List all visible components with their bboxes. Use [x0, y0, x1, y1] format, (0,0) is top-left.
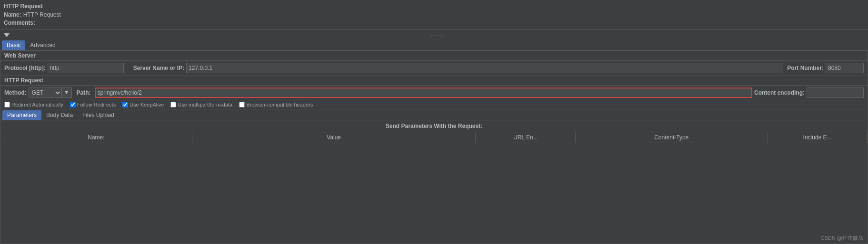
path-label: Path: [77, 89, 91, 96]
sub-tab-parameters[interactable]: Parameters [2, 110, 41, 120]
tab-basic[interactable]: Basic [2, 40, 25, 50]
col-header-urlenc: URL En... [476, 132, 576, 143]
params-section: Send Parameters With the Request: Name: … [0, 120, 868, 244]
redirect-auto-checkbox[interactable] [4, 102, 10, 107]
col-header-include: Include E... [768, 132, 868, 143]
main-panel: HTTP Request Name: HTTP Request Comments… [0, 0, 868, 244]
params-table-header: Name: Value URL En... Content-Type Inclu… [0, 132, 868, 143]
web-server-row: Protocol [http]: Server Name or IP: Port… [0, 61, 868, 76]
server-input[interactable] [186, 63, 783, 73]
col-header-contenttype: Content-Type [576, 132, 768, 143]
checkbox-keepalive[interactable]: Use KeepAlive [122, 102, 164, 107]
browser-compat-checkbox[interactable] [239, 102, 245, 107]
protocol-label: Protocol [http]: [4, 65, 46, 71]
top-section: HTTP Request Name: HTTP Request Comments… [0, 0, 868, 30]
panel-title: HTTP Request [4, 3, 864, 10]
checkbox-browser-compat[interactable]: Browser-compatible headers [239, 102, 313, 107]
checkboxes-row: Redirect Automatically Follow Redirects … [0, 100, 868, 109]
web-server-header: Web Server [0, 51, 868, 61]
name-value: HTTP Request [23, 11, 61, 18]
keepalive-label: Use KeepAlive [130, 102, 164, 107]
checkbox-follow-redirects[interactable]: Follow Redirects [70, 102, 116, 107]
method-select[interactable]: GET POST PUT DELETE HEAD OPTIONS PATCH [29, 88, 62, 98]
sub-tab-files-upload[interactable]: Files Upload [78, 110, 119, 120]
col-header-value: Value [192, 132, 476, 143]
name-label: Name: [4, 11, 21, 18]
main-content: Web Server Protocol [http]: Server Name … [0, 50, 868, 244]
keepalive-checkbox[interactable] [122, 102, 128, 107]
sub-tab-bar: Parameters Body Data Files Upload [0, 109, 868, 120]
port-label: Port Number: [787, 65, 824, 71]
tab-advanced[interactable]: Advanced [25, 40, 60, 50]
name-row: Name: HTTP Request [4, 11, 864, 18]
redirect-auto-label: Redirect Automatically [11, 102, 63, 107]
port-input[interactable] [826, 63, 864, 73]
checkbox-multipart[interactable]: Use multipart/form-data [170, 102, 232, 107]
main-tab-bar: Basic Advanced [0, 40, 868, 50]
comments-label: Comments: [4, 20, 35, 26]
multipart-checkbox[interactable] [170, 102, 176, 107]
col-header-name: Name: [0, 132, 192, 143]
protocol-input[interactable] [48, 63, 124, 73]
divider-row: ~~~~ [0, 30, 868, 40]
collapse-arrow-icon[interactable] [4, 33, 10, 37]
method-label: Method: [4, 89, 27, 96]
multipart-label: Use multipart/form-data [178, 102, 232, 107]
path-input[interactable] [95, 88, 752, 98]
params-title: Send Parameters With the Request: [0, 120, 868, 132]
divider-center: ~~~~ [10, 33, 864, 38]
follow-redirects-label: Follow Redirects [77, 102, 116, 107]
method-dropdown-icon[interactable]: ▼ [62, 88, 72, 98]
watermark: CSDN @程序微鸟 [821, 234, 863, 242]
http-request-header: HTTP Request [0, 76, 868, 86]
sub-tab-body-data[interactable]: Body Data [41, 110, 78, 120]
content-encoding-input[interactable] [807, 88, 864, 98]
follow-redirects-checkbox[interactable] [70, 102, 76, 107]
method-path-row: Method: GET POST PUT DELETE HEAD OPTIONS… [0, 86, 868, 100]
server-label: Server Name or IP: [133, 65, 184, 71]
comments-row: Comments: [4, 20, 864, 26]
browser-compat-label: Browser-compatible headers [246, 102, 313, 107]
content-encoding-label: Content encoding: [754, 89, 805, 96]
checkbox-redirect-auto[interactable]: Redirect Automatically [4, 102, 63, 107]
